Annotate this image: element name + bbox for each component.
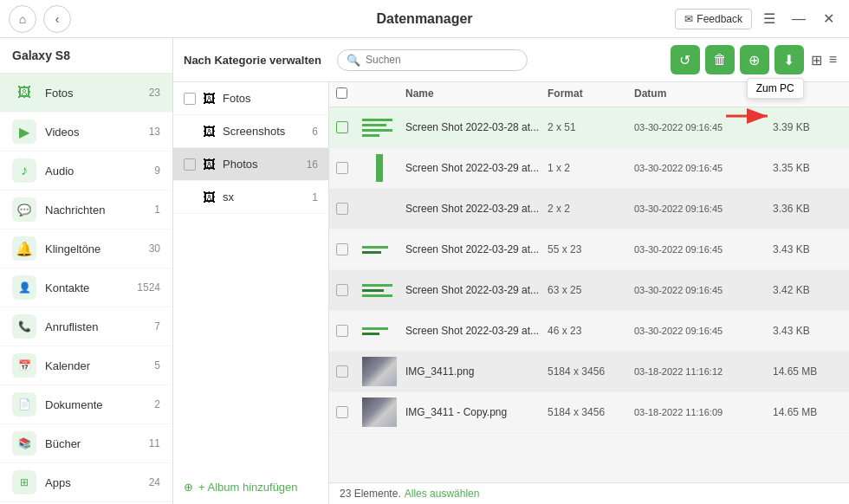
- sidebar-item-nachrichten[interactable]: 💬 Nachrichten 1: [0, 191, 172, 229]
- file-format: 55 x 23: [548, 243, 634, 255]
- feedback-mail-icon: ✉: [684, 13, 693, 25]
- dokumente-count: 2: [154, 398, 160, 410]
- sidebar-item-apps[interactable]: ⊞ Apps 24: [0, 463, 172, 502]
- table-row[interactable]: Screen Shot 2022-03-29 at... 46 x 23 03-…: [329, 311, 849, 352]
- file-format: 63 x 25: [548, 284, 634, 296]
- row-checkbox[interactable]: [336, 243, 348, 255]
- row-thumb: [362, 397, 397, 428]
- toolbar: Nach Kategorie verwalten 🔍 ↺ 🗑 ⊕ ⬇: [173, 38, 849, 82]
- klingeltoene-label: Klingeltöne: [45, 242, 140, 255]
- sidebar-item-videos[interactable]: ▶ Videos 13: [0, 113, 172, 152]
- table-row[interactable]: Screen Shot 2022-03-29 at... 63 x 25 03-…: [329, 270, 849, 311]
- col-thumb: [362, 87, 405, 101]
- category-screenshots[interactable]: 🖼 Screenshots 6: [173, 115, 328, 148]
- table-row[interactable]: Screen Shot 2022-03-29 at... 2 x 2 03-30…: [329, 189, 849, 229]
- category-photos[interactable]: 🖼 Photos 16: [173, 148, 328, 181]
- buecher-count: 11: [149, 437, 160, 449]
- photo-thumb: [362, 357, 397, 386]
- audio-icon: ♪: [12, 158, 36, 183]
- sidebar-item-audio[interactable]: ♪ Audio 9: [0, 152, 172, 191]
- file-name: IMG_3411 - Copy.png: [405, 406, 548, 418]
- thumb-lines: [362, 246, 397, 254]
- buecher-icon: 📚: [12, 431, 36, 456]
- fotos-count: 23: [149, 87, 160, 99]
- sx-cat-label: sx: [223, 191, 305, 204]
- file-format: 46 x 23: [548, 325, 634, 337]
- row-checkbox[interactable]: [336, 406, 348, 418]
- audio-count: 9: [154, 165, 160, 177]
- minimize-button[interactable]: —: [787, 7, 811, 31]
- add-album-button[interactable]: ⊕ + Album hinzufügen: [173, 470, 328, 504]
- table-row[interactable]: IMG_3411.png 5184 x 3456 03-18-2022 11:1…: [329, 352, 849, 392]
- apps-label: Apps: [45, 476, 140, 489]
- dokumente-icon: 📄: [12, 392, 36, 417]
- export-button[interactable]: ⬇: [774, 45, 804, 74]
- kalender-icon: 📅: [12, 353, 36, 378]
- menu-button[interactable]: ☰: [757, 7, 781, 31]
- anruflisten-count: 7: [154, 320, 160, 333]
- category-fotos[interactable]: 🖼 Fotos: [173, 82, 328, 115]
- select-all-link[interactable]: Alles auswählen: [405, 488, 480, 500]
- sx-cat-icon: 🖼: [203, 190, 216, 204]
- anruflisten-icon: 📞: [12, 314, 36, 339]
- row-checkbox[interactable]: [336, 121, 348, 133]
- status-footer: 23 Elemente. Alles auswählen: [329, 482, 849, 504]
- file-name: Screen Shot 2022-03-29 at...: [405, 162, 548, 174]
- videos-label: Videos: [45, 126, 140, 139]
- row-checkbox[interactable]: [336, 162, 348, 174]
- row-checkbox[interactable]: [336, 365, 348, 378]
- file-size: 14.65 MB: [773, 365, 842, 378]
- home-button[interactable]: ⌂: [9, 5, 36, 33]
- table-row[interactable]: Screen Shot 2022-03-29 at... 1 x 2 03-30…: [329, 148, 849, 189]
- refresh-button[interactable]: ↺: [671, 45, 700, 74]
- search-input[interactable]: [366, 54, 518, 66]
- buecher-label: Bücher: [45, 437, 140, 450]
- sidebar-item-kontakte[interactable]: 👤 Kontakte 1524: [0, 268, 172, 307]
- table-row[interactable]: Screen Shot 2022-03-29 at... 55 x 23 03-…: [329, 229, 849, 270]
- row-thumb: [362, 275, 397, 306]
- search-icon: 🔍: [347, 54, 360, 67]
- close-button[interactable]: ✕: [816, 7, 840, 31]
- sidebar-item-buecher[interactable]: 📚 Bücher 11: [0, 424, 172, 463]
- sidebar-item-klingeltoene[interactable]: 🔔 Klingeltöne 30: [0, 229, 172, 268]
- refresh-icon: ↺: [679, 52, 690, 68]
- file-size: 3.36 KB: [773, 203, 842, 215]
- sidebar-item-anruflisten[interactable]: 📞 Anruflisten 7: [0, 307, 172, 346]
- thumb-bar: [376, 154, 383, 182]
- audio-label: Audio: [45, 165, 146, 178]
- file-format: 5184 x 3456: [548, 406, 634, 418]
- back-button[interactable]: ‹: [43, 5, 71, 33]
- search-box[interactable]: 🔍: [337, 49, 528, 71]
- klingeltoene-icon: 🔔: [12, 236, 36, 261]
- feedback-button[interactable]: ✉ Feedback: [675, 9, 752, 29]
- photos-checkbox[interactable]: [184, 158, 196, 171]
- sidebar-item-fotos[interactable]: 🖼 Fotos 23: [0, 74, 172, 113]
- screenshots-cat-icon: 🖼: [203, 124, 216, 139]
- file-size: 14.65 MB: [773, 406, 842, 418]
- photos-cat-icon: 🖼: [203, 157, 216, 171]
- add-button[interactable]: ⊕: [740, 45, 769, 74]
- row-checkbox[interactable]: [336, 284, 348, 296]
- screenshots-cat-count: 6: [312, 126, 318, 138]
- file-size: 3.42 KB: [773, 284, 842, 296]
- grid-view-button[interactable]: ⊞: [809, 50, 824, 70]
- category-sx[interactable]: 🖼 sx 1: [173, 181, 328, 214]
- category-panel: 🖼 Fotos 🖼 Screenshots 6 🖼 Photos 16: [173, 82, 329, 504]
- delete-button[interactable]: 🗑: [705, 45, 735, 74]
- file-format: 1 x 2: [548, 162, 634, 174]
- list-view-button[interactable]: ≡: [827, 50, 839, 69]
- sidebar-item-kalender[interactable]: 📅 Kalender 5: [0, 346, 172, 385]
- file-size: 3.39 KB: [773, 121, 842, 133]
- row-checkbox[interactable]: [336, 203, 348, 215]
- file-name: Screen Shot 2022-03-29 at...: [405, 325, 548, 337]
- sidebar-item-dokumente[interactable]: 📄 Dokumente 2: [0, 385, 172, 424]
- thumb-lines: [362, 284, 397, 297]
- select-all-checkbox[interactable]: [336, 87, 347, 99]
- fotos-checkbox[interactable]: [184, 93, 196, 105]
- row-checkbox[interactable]: [336, 325, 348, 337]
- row-thumb: [362, 152, 397, 184]
- table-row[interactable]: IMG_3411 - Copy.png 5184 x 3456 03-18-20…: [329, 392, 849, 433]
- content-area: Nach Kategorie verwalten 🔍 ↺ 🗑 ⊕ ⬇: [173, 38, 849, 504]
- table-row[interactable]: Screen Shot 2022-03-28 at... 2 x 51 03-3…: [329, 107, 849, 148]
- title-bar-right: ✉ Feedback ☰ — ✕: [675, 7, 840, 31]
